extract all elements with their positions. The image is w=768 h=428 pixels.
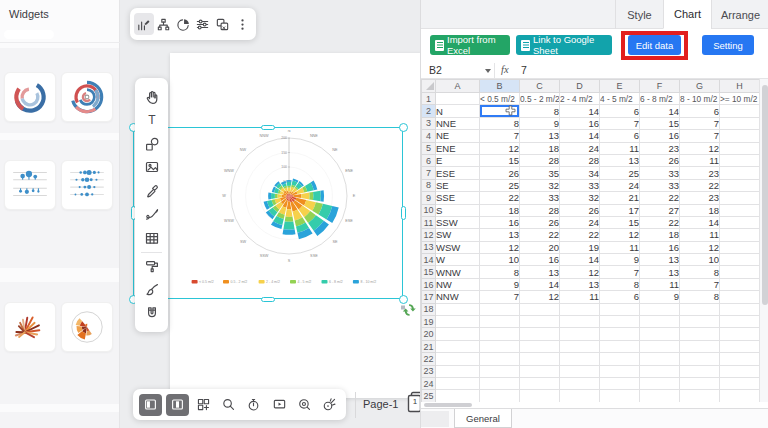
row-header-7[interactable]: 7	[422, 167, 436, 179]
cell-C5[interactable]: 18	[520, 142, 560, 154]
cell-C14[interactable]: 16	[520, 254, 560, 266]
cell-H20[interactable]	[720, 328, 760, 340]
cell-H14[interactable]	[720, 254, 760, 266]
cell-B2[interactable]	[480, 105, 520, 117]
cell-F19[interactable]	[640, 316, 680, 328]
cell-D15[interactable]: 12	[560, 266, 600, 278]
row-header-10[interactable]: 10	[422, 204, 436, 216]
row-header-14[interactable]: 14	[422, 254, 436, 266]
cell-C19[interactable]	[520, 316, 560, 328]
cell-D10[interactable]: 26	[560, 204, 600, 216]
cell-A10[interactable]: S	[436, 204, 480, 216]
cell-H12[interactable]	[720, 229, 760, 241]
cell-D17[interactable]: 11	[560, 291, 600, 303]
cell-H21[interactable]	[720, 340, 760, 352]
row-header-17[interactable]: 17	[422, 291, 436, 303]
cell-G21[interactable]	[680, 340, 720, 352]
cell-C4[interactable]: 13	[520, 130, 560, 142]
row-header-11[interactable]: 11	[422, 216, 436, 228]
cell-D7[interactable]: 34	[560, 167, 600, 179]
cell-F14[interactable]: 13	[640, 254, 680, 266]
cell-F4[interactable]: 16	[640, 130, 680, 142]
widget-wind-rose-thumb[interactable]	[61, 302, 113, 352]
row-header-23[interactable]: 23	[422, 365, 436, 377]
cell-G4[interactable]: 7	[680, 130, 720, 142]
cell-C11[interactable]: 26	[520, 216, 560, 228]
row-header-25[interactable]: 25	[422, 390, 436, 402]
cell-A19[interactable]	[436, 316, 480, 328]
cell-F11[interactable]: 22	[640, 216, 680, 228]
cell-E18[interactable]	[600, 303, 640, 315]
chevron-down-icon[interactable]	[485, 69, 491, 73]
roller-icon[interactable]	[141, 256, 163, 276]
cell-A3[interactable]: NNE	[436, 117, 480, 129]
cell-A22[interactable]	[436, 353, 480, 365]
cell-D13[interactable]: 19	[560, 241, 600, 253]
cell-D18[interactable]	[560, 303, 600, 315]
cell-F22[interactable]	[640, 353, 680, 365]
cell-E9[interactable]: 21	[600, 192, 640, 204]
cell-A25[interactable]	[436, 390, 480, 402]
cell-F9[interactable]: 22	[640, 192, 680, 204]
cell-A23[interactable]	[436, 365, 480, 377]
pen-icon[interactable]	[141, 204, 163, 224]
cell-B1[interactable]: < 0.5 m/2	[480, 93, 520, 105]
scrollbar-thumb[interactable]	[424, 403, 472, 407]
cell-H15[interactable]	[720, 266, 760, 278]
cell-G16[interactable]: 7	[680, 278, 720, 290]
cell-G9[interactable]: 23	[680, 192, 720, 204]
cell-D16[interactable]: 13	[560, 278, 600, 290]
cell-D3[interactable]: 16	[560, 117, 600, 129]
cell-E7[interactable]: 25	[600, 167, 640, 179]
cell-H9[interactable]	[720, 192, 760, 204]
cell-G13[interactable]: 12	[680, 241, 720, 253]
tab-style[interactable]: Style	[615, 0, 663, 29]
cell-G15[interactable]: 8	[680, 266, 720, 278]
refresh-rotate-icon[interactable]	[400, 301, 418, 319]
cell-B19[interactable]	[480, 316, 520, 328]
cell-C16[interactable]: 14	[520, 278, 560, 290]
timer-icon[interactable]	[243, 394, 264, 416]
cell-D1[interactable]: 2 - 4 m/2	[560, 93, 600, 105]
cell-F17[interactable]: 9	[640, 291, 680, 303]
cell-A18[interactable]	[436, 303, 480, 315]
cell-A7[interactable]: ESE	[436, 167, 480, 179]
cell-A20[interactable]	[436, 328, 480, 340]
panel-vertical-icon[interactable]	[166, 394, 189, 416]
cell-A4[interactable]: NE	[436, 130, 480, 142]
cell-F12[interactable]: 18	[640, 229, 680, 241]
cell-H7[interactable]	[720, 167, 760, 179]
cell-B12[interactable]: 13	[480, 229, 520, 241]
cell-A13[interactable]: WSW	[436, 241, 480, 253]
col-header-D[interactable]: D	[560, 80, 600, 93]
col-header-G[interactable]: G	[680, 80, 720, 93]
cell-D12[interactable]: 22	[560, 229, 600, 241]
cell-E25[interactable]	[600, 390, 640, 402]
setting-button[interactable]: Setting	[702, 35, 754, 55]
cell-G11[interactable]: 14	[680, 216, 720, 228]
cell-C9[interactable]: 33	[520, 192, 560, 204]
laser-icon[interactable]	[319, 394, 340, 416]
swap-panels-icon[interactable]	[213, 13, 233, 35]
cell-E16[interactable]: 8	[600, 278, 640, 290]
cell-E2[interactable]: 6	[600, 105, 640, 117]
present-icon[interactable]	[269, 394, 290, 416]
cell-E13[interactable]: 11	[600, 241, 640, 253]
cell-H11[interactable]	[720, 216, 760, 228]
cell-reference[interactable]: B2	[429, 64, 442, 76]
cell-H19[interactable]	[720, 316, 760, 328]
cell-F6[interactable]: 26	[640, 154, 680, 166]
cell-G8[interactable]: 22	[680, 179, 720, 191]
cell-H22[interactable]	[720, 353, 760, 365]
cell-F1[interactable]: 6 - 8 m/2	[640, 93, 680, 105]
shapes-icon[interactable]	[141, 134, 163, 154]
cell-G19[interactable]	[680, 316, 720, 328]
cell-G10[interactable]: 18	[680, 204, 720, 216]
col-header-E[interactable]: E	[600, 80, 640, 93]
row-header-6[interactable]: 6	[422, 154, 436, 166]
cell-H4[interactable]	[720, 130, 760, 142]
cell-E24[interactable]	[600, 377, 640, 389]
cell-D25[interactable]	[560, 390, 600, 402]
cell-E1[interactable]: 4 - 5 m/2	[600, 93, 640, 105]
pages-icon[interactable]: 1	[406, 391, 420, 415]
